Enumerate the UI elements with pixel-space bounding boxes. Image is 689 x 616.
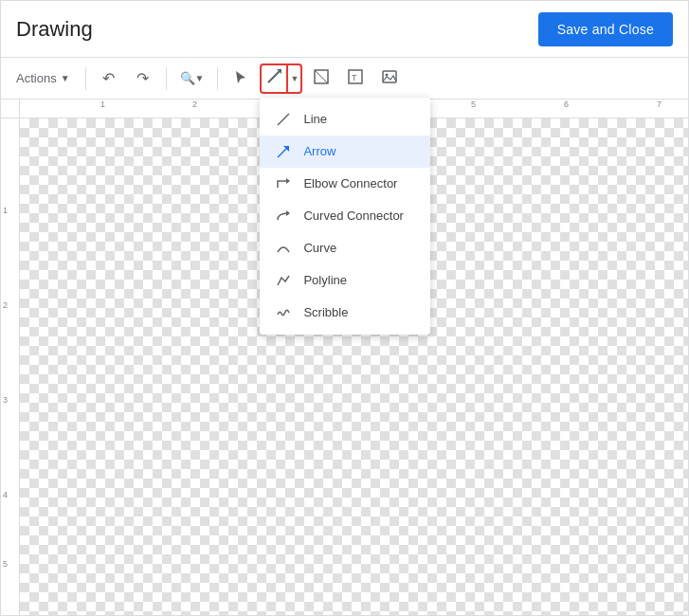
undo-button[interactable]: ↶ <box>94 63 124 94</box>
shape-tool-icon <box>313 68 330 89</box>
curve-icon <box>275 240 292 257</box>
menu-item-polyline[interactable]: Polyline <box>260 264 430 297</box>
menu-item-curve[interactable]: Curve <box>260 232 430 264</box>
ruler-tick-6: 6 <box>564 100 569 109</box>
menu-item-scribble[interactable]: Scribble <box>260 297 430 329</box>
ruler-tick-2: 2 <box>192 100 197 109</box>
elbow-connector-icon <box>275 175 292 192</box>
ruler-v-tick-1: 1 <box>3 206 8 215</box>
svg-marker-5 <box>286 178 290 184</box>
curved-connector-icon <box>275 208 292 225</box>
actions-chevron-icon: ▼ <box>61 73 70 83</box>
separator-3 <box>217 67 218 90</box>
zoom-button[interactable]: 🔍 ▼ <box>174 63 210 94</box>
line-icon <box>275 111 292 128</box>
line-label: Line <box>303 112 327 126</box>
actions-label: Actions <box>16 71 57 85</box>
zoom-icon: 🔍 <box>180 71 195 85</box>
zoom-chevron-icon: ▼ <box>195 73 205 83</box>
polyline-icon <box>275 272 292 289</box>
image-tool-icon <box>381 68 398 89</box>
ruler-v-tick-5: 5 <box>3 559 8 569</box>
save-close-button[interactable]: Save and Close <box>538 12 673 46</box>
ruler-v-tick-2: 2 <box>3 300 8 310</box>
svg-line-8 <box>315 70 328 83</box>
svg-line-2 <box>278 114 289 125</box>
text-tool-button[interactable]: T <box>340 63 371 94</box>
redo-button[interactable]: ↷ <box>128 63 158 94</box>
line-dropdown-button[interactable]: ▼ <box>288 63 302 94</box>
menu-item-arrow[interactable]: Arrow <box>260 136 430 168</box>
svg-marker-6 <box>286 210 290 216</box>
arrow-label: Arrow <box>303 144 335 158</box>
scribble-label: Scribble <box>303 305 348 319</box>
menu-item-curved-connector[interactable]: Curved Connector <box>260 200 430 232</box>
line-dropdown-chevron-icon: ▼ <box>290 74 299 83</box>
title-bar: Drawing Save and Close <box>1 1 688 58</box>
line-dropdown-menu: Line Arrow <box>260 98 430 335</box>
line-tool-container: ▼ Line Arrow <box>260 63 302 94</box>
ruler-tick-7: 7 <box>657 100 662 109</box>
ruler-tick-5: 5 <box>471 100 476 109</box>
svg-text:T: T <box>352 73 357 82</box>
app-title: Drawing <box>16 17 93 42</box>
text-tool-icon: T <box>347 68 364 89</box>
select-tool-button[interactable] <box>226 63 256 94</box>
svg-line-0 <box>268 71 280 82</box>
polyline-label: Polyline <box>303 273 347 287</box>
redo-icon: ↷ <box>136 69 149 87</box>
scribble-icon <box>275 304 292 321</box>
separator-2 <box>166 67 167 90</box>
svg-line-3 <box>278 148 287 157</box>
vertical-ruler: 1 2 3 4 5 <box>1 118 20 616</box>
line-tool-icon <box>265 68 282 88</box>
undo-icon: ↶ <box>102 69 115 87</box>
menu-item-line[interactable]: Line <box>260 103 430 136</box>
ruler-v-tick-4: 4 <box>3 490 8 499</box>
ruler-tick-1: 1 <box>100 100 105 109</box>
image-tool-button[interactable] <box>374 63 405 94</box>
cursor-icon <box>233 69 248 88</box>
curved-connector-label: Curved Connector <box>303 208 404 223</box>
shape-tool-button[interactable] <box>306 63 336 94</box>
ruler-corner <box>1 100 20 118</box>
toolbar: Actions ▼ ↶ ↷ 🔍 ▼ <box>1 58 688 100</box>
curve-label: Curve <box>303 241 336 255</box>
elbow-connector-label: Elbow Connector <box>303 176 397 190</box>
separator-1 <box>85 67 86 90</box>
actions-button[interactable]: Actions ▼ <box>9 63 78 94</box>
svg-point-12 <box>386 73 389 76</box>
line-tool-button[interactable] <box>260 63 288 94</box>
ruler-v-tick-3: 3 <box>3 395 8 405</box>
arrow-icon <box>275 143 292 160</box>
menu-item-elbow-connector[interactable]: Elbow Connector <box>260 168 430 200</box>
